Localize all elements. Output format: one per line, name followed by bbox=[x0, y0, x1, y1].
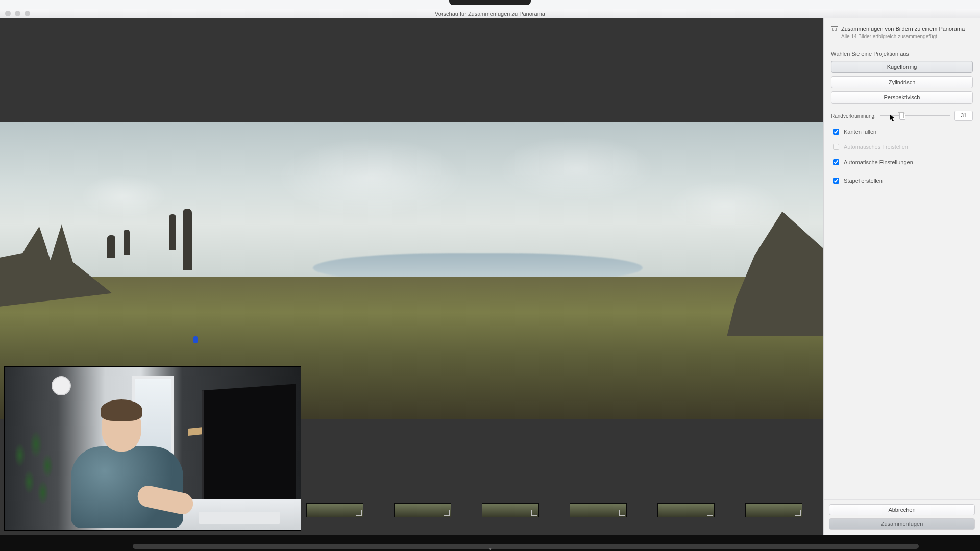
auto-crop-checkbox: Automatisches Freistellen bbox=[831, 142, 973, 152]
auto-settings-checkbox[interactable]: Automatische Einstellungen bbox=[831, 158, 973, 167]
projection-spherical-button[interactable]: Kugelförmig bbox=[831, 61, 973, 73]
window-titlebar: Vorschau für Zusammenfügen zu Panorama bbox=[0, 9, 980, 19]
filmstrip-thumbnail[interactable] bbox=[745, 503, 802, 517]
filmstrip[interactable] bbox=[306, 503, 824, 517]
sidebar-subtitle: Alle 14 Bilder erfolgreich zusammengefüg… bbox=[841, 34, 973, 39]
bottom-bar: ▾ bbox=[0, 535, 980, 551]
scrollbar-knob[interactable] bbox=[133, 544, 919, 549]
create-stack-checkbox[interactable]: Stapel erstellen bbox=[831, 176, 973, 185]
presenter-webcam-overlay bbox=[4, 366, 301, 531]
merge-sidebar: Zusammenfügen von Bildern zu einem Panor… bbox=[823, 18, 980, 535]
panorama-icon bbox=[831, 26, 838, 32]
sidebar-title: Zusammenfügen von Bildern zu einem Panor… bbox=[841, 26, 965, 32]
filmstrip-thumbnail[interactable] bbox=[570, 503, 627, 517]
slider-thumb[interactable] bbox=[899, 113, 905, 120]
fill-edges-label: Kanten füllen bbox=[844, 129, 876, 135]
auto-crop-input bbox=[833, 144, 839, 150]
horizontal-scrollbar[interactable] bbox=[133, 544, 919, 549]
boundary-warp-label: Randverkrümmung: bbox=[831, 113, 876, 119]
fill-edges-checkbox[interactable]: Kanten füllen bbox=[831, 127, 973, 136]
sidebar-footer: Abbrechen Zusammenfügen bbox=[824, 499, 980, 535]
filmstrip-thumbnail[interactable] bbox=[482, 503, 539, 517]
projection-label: Wählen Sie eine Projektion aus bbox=[831, 51, 973, 57]
create-stack-input[interactable] bbox=[833, 178, 839, 184]
chevron-down-icon[interactable]: ▾ bbox=[485, 546, 495, 550]
filmstrip-thumbnail[interactable] bbox=[394, 503, 451, 517]
auto-settings-label: Automatische Einstellungen bbox=[844, 159, 913, 165]
filmstrip-thumbnail[interactable] bbox=[306, 503, 363, 517]
window-title: Vorschau für Zusammenfügen zu Panorama bbox=[0, 9, 980, 18]
auto-settings-input[interactable] bbox=[833, 159, 839, 165]
merge-button[interactable]: Zusammenfügen bbox=[829, 518, 975, 530]
projection-segmented: Kugelförmig Zylindrisch Perspektivisch bbox=[831, 61, 973, 104]
fill-edges-input[interactable] bbox=[833, 129, 839, 135]
filmstrip-thumbnail[interactable] bbox=[657, 503, 715, 517]
panorama-preview-canvas[interactable] bbox=[0, 18, 824, 535]
boundary-warp-slider[interactable] bbox=[880, 112, 950, 119]
auto-crop-label: Automatisches Freistellen bbox=[844, 144, 908, 150]
projection-cylindrical-button[interactable]: Zylindrisch bbox=[831, 76, 973, 88]
projection-perspective-button[interactable]: Perspektivisch bbox=[831, 91, 973, 104]
display-notch bbox=[449, 0, 531, 5]
cancel-button[interactable]: Abbrechen bbox=[829, 504, 975, 515]
macos-menubar bbox=[0, 0, 980, 9]
create-stack-label: Stapel erstellen bbox=[844, 178, 883, 184]
boundary-warp-value[interactable]: 31 bbox=[954, 111, 973, 121]
